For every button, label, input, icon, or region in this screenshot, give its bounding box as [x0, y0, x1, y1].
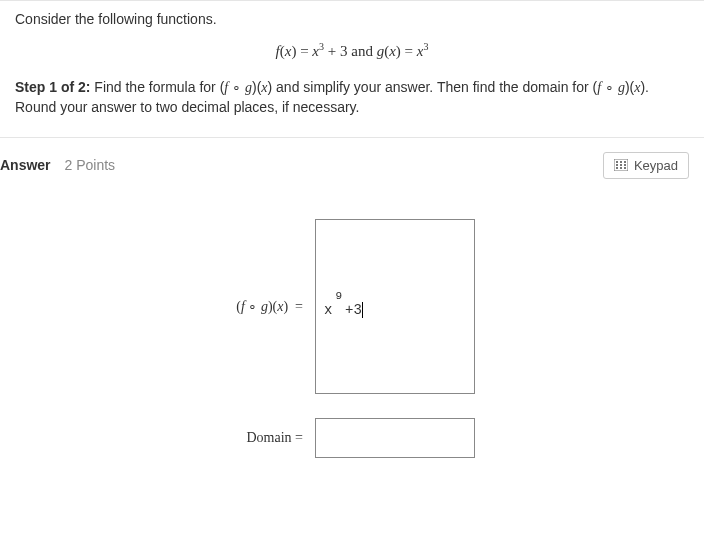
fog-typed-value: x 9 +3 — [324, 292, 363, 318]
svg-rect-5 — [620, 164, 622, 166]
svg-rect-4 — [616, 164, 618, 166]
svg-rect-1 — [616, 161, 618, 163]
keypad-button[interactable]: Keypad — [603, 152, 689, 179]
text-caret — [362, 302, 363, 318]
svg-rect-9 — [624, 167, 626, 169]
work-area: (f ∘ g)(x) = x 9 +3 Domain = — [0, 189, 704, 458]
keypad-label: Keypad — [634, 158, 678, 173]
domain-input[interactable] — [315, 418, 475, 458]
intro-text: Consider the following functions. — [15, 11, 689, 27]
answer-label: Answer — [0, 157, 51, 173]
svg-rect-6 — [624, 164, 626, 166]
question-area: Consider the following functions. f(x) =… — [0, 0, 704, 138]
fog-exponent: 9 — [332, 290, 345, 302]
svg-rect-3 — [624, 161, 626, 163]
answer-heading: Answer 2 Points — [0, 157, 115, 173]
svg-rect-7 — [616, 167, 618, 169]
fog-base: x — [324, 292, 332, 318]
step-text: Find the formula for (f ∘ g)(x) and simp… — [15, 79, 649, 115]
keypad-icon — [614, 159, 628, 171]
function-definitions: f(x) = x3 + 3 and g(x) = x3 — [15, 41, 689, 60]
points-label: 2 Points — [64, 157, 115, 173]
domain-label: Domain = — [15, 430, 315, 446]
answer-bar: Answer 2 Points Keypad — [0, 138, 704, 189]
svg-rect-2 — [620, 161, 622, 163]
step-label: Step 1 of 2: — [15, 79, 90, 95]
step-instructions: Step 1 of 2: Find the formula for (f ∘ g… — [15, 78, 689, 117]
svg-rect-8 — [620, 167, 622, 169]
fog-row: (f ∘ g)(x) = x 9 +3 — [15, 219, 689, 394]
fog-rest: +3 — [345, 292, 362, 318]
domain-row: Domain = — [15, 418, 689, 458]
fog-label: (f ∘ g)(x) = — [15, 298, 315, 315]
fog-input[interactable]: x 9 +3 — [315, 219, 475, 394]
